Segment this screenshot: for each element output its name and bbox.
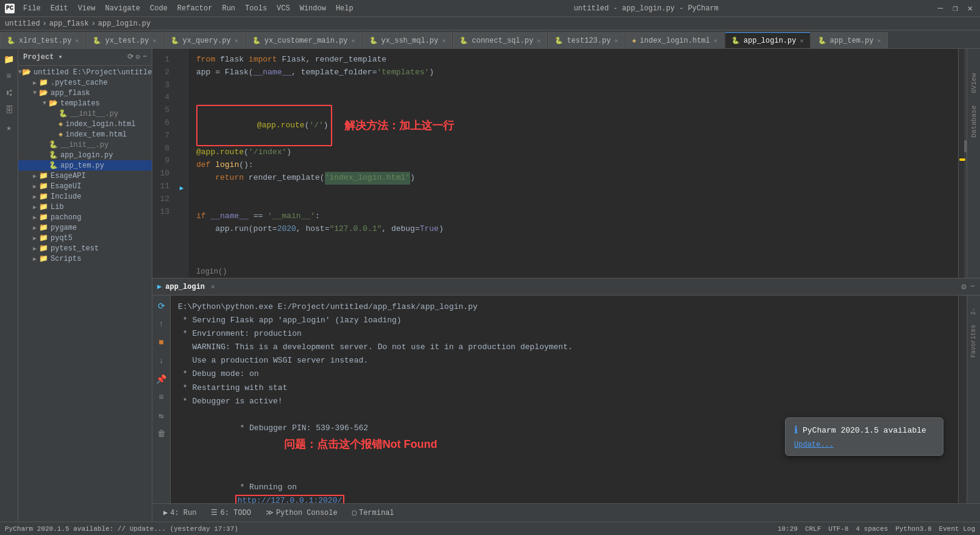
tab-close-icon[interactable]: ✕ xyxy=(75,37,79,44)
panel-sync-icon[interactable]: ⟳ xyxy=(127,52,133,62)
tree-item-pytest-cache[interactable]: ▶ 📁 .pytest_cache xyxy=(18,77,152,88)
statusbar-line-ending[interactable]: CRLF xyxy=(805,525,821,533)
bottom-tab-todo[interactable]: ☰ 6: TODO xyxy=(205,507,257,519)
tree-item-templates[interactable]: ▼ 📂 templates xyxy=(18,98,152,108)
run-tab-close-icon[interactable]: ✕ xyxy=(211,283,215,291)
wrap-lines-icon[interactable]: ≡ xyxy=(154,389,169,405)
tab-close-icon[interactable]: ✕ xyxy=(800,37,803,44)
run-settings-icon[interactable]: ⚙ xyxy=(961,282,966,292)
console-line: * Debug mode: on xyxy=(178,367,951,381)
tree-item-pytest-test[interactable]: ▶ 📁 pytest_test xyxy=(18,243,152,253)
run-minimize-icon[interactable]: − xyxy=(970,282,975,292)
tab-index-login-html[interactable]: ◈ index_login.html ✕ xyxy=(625,32,724,48)
statusbar-message[interactable]: PyCharm 2020.1.5 available: // Update...… xyxy=(5,525,238,533)
tree-item-pyqt5[interactable]: ▶ 📁 pyqt5 xyxy=(18,233,152,243)
tab-xlrd-test[interactable]: 🐍 xlrd_test.py ✕ xyxy=(0,32,85,48)
console-output[interactable]: E:\Python\python.exe E:/Project/untitled… xyxy=(171,296,958,503)
tree-item-index-login-html[interactable]: ◈ index_login.html xyxy=(18,119,152,129)
stop-icon[interactable]: ■ xyxy=(154,335,169,350)
scroll-down-icon[interactable]: ↓ xyxy=(154,353,169,369)
statusbar-encoding[interactable]: UTF-8 xyxy=(828,525,848,533)
tree-item-esage-ui[interactable]: ▶ 📁 EsageUI xyxy=(18,181,152,191)
tree-item-app-tem-py[interactable]: 🐍 app_tem.py xyxy=(18,160,152,171)
menu-tools[interactable]: Tools xyxy=(241,3,271,14)
menu-run[interactable]: Run xyxy=(218,3,239,14)
tree-item-init-py[interactable]: 🐍 __init__.py xyxy=(18,108,152,119)
tree-item-lib[interactable]: ▶ 📁 Lib xyxy=(18,202,152,212)
run-tab[interactable]: ▶ app_login ✕ xyxy=(157,282,215,291)
menu-file[interactable]: File xyxy=(20,3,44,14)
tab-close-icon[interactable]: ✕ xyxy=(714,37,717,44)
menu-help[interactable]: Help xyxy=(332,3,357,14)
menu-navigate[interactable]: Navigate xyxy=(101,3,144,14)
folder-icon: 📁 xyxy=(39,233,48,243)
database-icon[interactable]: 🗄 xyxy=(1,102,17,118)
wrap-icon2[interactable]: ⇆ xyxy=(154,408,169,423)
py-icon: 🐍 xyxy=(49,140,58,149)
tree-item-pygame[interactable]: ▶ 📁 pygame xyxy=(18,222,152,233)
tab-app-tem[interactable]: 🐍 app_tem.py ✕ xyxy=(811,32,888,48)
scroll-up-icon[interactable]: ↑ xyxy=(154,316,169,332)
tree-item-app-flask[interactable]: ▼ 📂 app_flask xyxy=(18,88,152,98)
tab-test123[interactable]: 🐍 test123.py ✕ xyxy=(548,32,625,48)
code-editor[interactable]: 1 2 3 4 5 6 7 8 9 10 11 12 13 xyxy=(152,49,980,278)
notif-update-link[interactable]: Update... xyxy=(794,441,834,449)
favorites-icon[interactable]: ★ xyxy=(1,119,17,135)
tab-close-icon[interactable]: ✕ xyxy=(878,37,881,44)
tab-connect-sql[interactable]: 🐍 connect_sql.py ✕ xyxy=(453,32,547,48)
close-button[interactable]: ✕ xyxy=(965,3,975,13)
restart-icon[interactable]: ⟳ xyxy=(154,298,169,314)
tree-item-untitled[interactable]: ▼ 📂 untitled E:\Project\untitled xyxy=(18,67,152,77)
panel-close-icon[interactable]: − xyxy=(143,52,147,62)
vcs-icon[interactable]: ⑆ xyxy=(1,85,17,101)
menu-bar[interactable]: File Edit View Navigate Code Refactor Ru… xyxy=(20,3,357,14)
menu-view[interactable]: View xyxy=(74,3,99,14)
tab-close-icon[interactable]: ✕ xyxy=(235,37,238,44)
pin-icon[interactable]: 📌 xyxy=(154,371,169,387)
tree-item-index-tem-html[interactable]: ◈ index_tem.html xyxy=(18,129,152,140)
folder-icon: 📁 xyxy=(39,171,48,180)
statusbar-indent[interactable]: 4 spaces xyxy=(856,525,888,533)
minimize-button[interactable]: — xyxy=(936,3,945,13)
console-scrollbar[interactable] xyxy=(958,296,967,503)
clear-icon[interactable]: 🗑 xyxy=(154,426,169,442)
tab-yx-query[interactable]: 🐍 yx_query.py ✕ xyxy=(164,32,245,48)
menu-refactor[interactable]: Refactor xyxy=(174,3,216,14)
code-content[interactable]: from flask import Flask, render_template… xyxy=(189,49,958,278)
tree-item-esage-api[interactable]: ▶ 📁 EsageAPI xyxy=(18,171,152,181)
tab-close-icon[interactable]: ✕ xyxy=(442,37,446,44)
menu-window[interactable]: Window xyxy=(296,3,330,14)
tab-close-icon[interactable]: ✕ xyxy=(614,37,618,44)
tab-app-login[interactable]: 🐍 app_login.py ✕ xyxy=(725,32,810,48)
tab-close-icon[interactable]: ✕ xyxy=(352,37,355,44)
project-icon[interactable]: 📁 xyxy=(1,51,17,67)
statusbar-event-log[interactable]: Event Log xyxy=(939,525,975,533)
breadcrumb-item[interactable]: untitled xyxy=(5,19,40,28)
window-controls[interactable]: — ❐ ✕ xyxy=(936,3,975,13)
tab-yx-ssh[interactable]: 🐍 yx_ssh_mql.py ✕ xyxy=(363,32,453,48)
tab-yx-test[interactable]: 🐍 yx_test.py ✕ xyxy=(86,32,163,48)
tree-item-pachong[interactable]: ▶ 📁 pachong xyxy=(18,212,152,222)
bottom-tab-terminal[interactable]: ▢ Terminal xyxy=(346,507,400,519)
panel-settings-icon[interactable]: ⚙ xyxy=(136,52,140,62)
statusbar: PyCharm 2020.1.5 available: // Update...… xyxy=(0,522,980,535)
breadcrumb-item[interactable]: app_login.py xyxy=(98,19,151,28)
menu-code[interactable]: Code xyxy=(146,3,171,14)
flask-url-link[interactable]: http://127.0.0.1:2020/ xyxy=(235,495,345,503)
breadcrumb-item[interactable]: app_flask xyxy=(49,19,89,28)
tree-item-init-py2[interactable]: 🐍 __init__.py xyxy=(18,140,152,150)
menu-vcs[interactable]: VCS xyxy=(273,3,294,14)
bottom-tab-run[interactable]: ▶ 4: Run xyxy=(157,507,202,519)
tree-item-scripts[interactable]: ▶ 📁 Scripts xyxy=(18,253,152,264)
tab-close-icon[interactable]: ✕ xyxy=(152,37,156,44)
tab-yx-customer[interactable]: 🐍 yx_customer_main.py ✕ xyxy=(246,32,362,48)
editor-scrollbar[interactable] xyxy=(958,49,967,278)
structure-icon[interactable]: ≡ xyxy=(1,68,17,84)
tree-item-app-login-py[interactable]: 🐍 app_login.py xyxy=(18,150,152,160)
tab-close-icon[interactable]: ✕ xyxy=(537,37,541,44)
run-gutter-icon[interactable]: ▶ xyxy=(177,182,186,194)
menu-edit[interactable]: Edit xyxy=(47,3,72,14)
bottom-tab-python-console[interactable]: ≫ Python Console xyxy=(260,507,344,519)
maximize-button[interactable]: ❐ xyxy=(950,3,960,13)
tree-item-include[interactable]: ▶ 📁 Include xyxy=(18,191,152,202)
